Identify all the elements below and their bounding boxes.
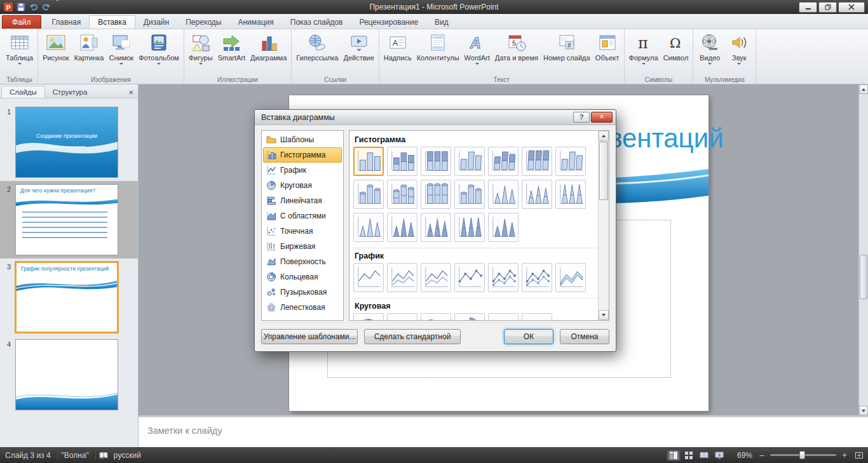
- dialog-help-button[interactable]: ?: [573, 112, 590, 123]
- set-default-button[interactable]: Сделать стандартной: [364, 329, 461, 344]
- chart-type-stacked-line-100-with-markers[interactable]: [522, 263, 552, 292]
- ribbon-button-2-2[interactable]: Диаграмма: [248, 30, 289, 75]
- chart-type-line-3d[interactable]: [555, 263, 586, 292]
- ribbon-tab-6[interactable]: Рецензирование: [351, 15, 426, 29]
- chart-category-11[interactable]: Лепестковая: [263, 300, 342, 315]
- fit-window-icon[interactable]: [854, 450, 864, 460]
- ribbon-tab-1[interactable]: Вставка: [89, 15, 135, 29]
- chart-type-clustered-column-3d[interactable]: [454, 147, 485, 176]
- gallery-scrollbar[interactable]: [598, 131, 609, 320]
- slideshow-icon[interactable]: [712, 450, 726, 461]
- chart-type-stacked-cylinder[interactable]: [387, 180, 417, 209]
- minimize-button[interactable]: [799, 2, 817, 13]
- chart-type-line-with-markers[interactable]: [454, 263, 485, 292]
- ribbon-button-3-0[interactable]: Гиперссылка: [294, 30, 341, 75]
- cancel-button[interactable]: Отмена: [560, 329, 609, 344]
- chart-category-0[interactable]: Шаблоны: [263, 132, 342, 147]
- slide-thumbnail-4[interactable]: [15, 339, 118, 410]
- close-button[interactable]: [838, 2, 865, 13]
- ribbon-button-4-0[interactable]: AНадпись: [381, 30, 414, 75]
- slide-thumbnail-1[interactable]: Создание презентации: [15, 107, 118, 178]
- chart-category-4[interactable]: Линейчатая: [263, 193, 342, 208]
- ribbon-tab-2[interactable]: Дизайн: [135, 15, 177, 29]
- ribbon-tab-0[interactable]: Главная: [44, 15, 90, 29]
- slide-thumbnail-2[interactable]: Для чего нужна презентация?: [15, 184, 118, 255]
- chart-type-stacked-line-100[interactable]: [421, 263, 451, 292]
- zoom-in-button[interactable]: +: [840, 450, 849, 460]
- chart-category-6[interactable]: Точечная: [263, 224, 342, 239]
- undo-icon[interactable]: [29, 2, 39, 12]
- normal-view-icon[interactable]: [667, 450, 681, 461]
- scroll-up-icon[interactable]: [599, 131, 609, 141]
- file-tab[interactable]: Файл: [2, 15, 41, 29]
- scroll-down-icon[interactable]: [599, 310, 609, 320]
- ok-button[interactable]: ОК: [504, 329, 553, 344]
- chart-type-clustered-pyramid[interactable]: [387, 213, 417, 242]
- tab-outline[interactable]: Структура: [45, 86, 95, 98]
- tab-slides[interactable]: Слайды: [1, 86, 45, 98]
- chart-type-column-3d[interactable]: [555, 147, 586, 176]
- main-scrollbar[interactable]: [858, 84, 868, 415]
- ribbon-button-4-4[interactable]: #Номер слайда: [541, 30, 593, 75]
- chart-type-exploded-pie[interactable]: [454, 313, 485, 320]
- ribbon-button-6-0[interactable]: Видео: [695, 30, 724, 75]
- ribbon-button-2-0[interactable]: Фигуры: [186, 30, 215, 75]
- zoom-level[interactable]: 69%: [732, 451, 757, 460]
- chart-type-stacked-line-with-markers[interactable]: [488, 263, 519, 292]
- manage-templates-button[interactable]: Управление шаблонами...: [261, 329, 358, 344]
- scrollbar-thumb[interactable]: [599, 142, 608, 200]
- chart-category-3[interactable]: Круговая: [263, 178, 342, 193]
- slide-thumbnail-3[interactable]: График популярности презентаций: [15, 262, 118, 333]
- scroll-up-icon[interactable]: [859, 84, 868, 94]
- dialog-titlebar[interactable]: Вставка диаграммы ? ×: [255, 110, 616, 125]
- chart-type-stacked-column-3d[interactable]: [488, 147, 519, 176]
- chart-type-pyramid-3d[interactable]: [488, 213, 519, 242]
- chart-category-10[interactable]: Пузырьковая: [263, 285, 342, 300]
- reading-view-icon[interactable]: [697, 450, 711, 461]
- chart-type-cone-3d[interactable]: [353, 213, 384, 242]
- chart-type-clustered-cylinder[interactable]: [353, 180, 384, 209]
- slide-row-2[interactable]: 2Для чего нужна презентация?: [0, 181, 138, 258]
- dialog-close-button[interactable]: ×: [591, 112, 613, 123]
- chart-type-pie-of-pie[interactable]: [421, 313, 451, 320]
- ribbon-button-4-1[interactable]: Колонтитулы: [414, 30, 462, 75]
- ribbon-button-1-3[interactable]: Фотоальбом: [136, 30, 182, 75]
- chart-type-stacked-pyramid[interactable]: [421, 213, 451, 242]
- slide-row-3[interactable]: 3График популярности презентаций: [0, 258, 138, 336]
- chart-type-pie-3d[interactable]: [387, 313, 417, 320]
- ribbon-button-4-3[interactable]: 5Дата и время: [492, 30, 541, 75]
- chart-type-line[interactable]: [353, 263, 384, 292]
- ribbon-button-3-1[interactable]: Действие: [341, 30, 376, 75]
- proofing-icon[interactable]: [98, 450, 109, 460]
- ribbon-button-5-0[interactable]: πФормула: [627, 30, 661, 75]
- redo-icon[interactable]: [41, 2, 51, 12]
- ribbon-button-1-0[interactable]: Рисунок: [40, 30, 72, 75]
- ribbon-button-0-0[interactable]: Таблица: [3, 30, 36, 75]
- language-indicator[interactable]: русский: [109, 451, 146, 460]
- ribbon-button-6-1[interactable]: Звук: [724, 30, 754, 75]
- chart-category-7[interactable]: Биржевая: [263, 239, 342, 254]
- chart-type-stacked-line[interactable]: [387, 263, 417, 292]
- notes-pane[interactable]: Заметки к слайду: [139, 415, 868, 447]
- ribbon-tab-3[interactable]: Переходы: [177, 15, 229, 29]
- chart-type-stacked-column-100-3d[interactable]: [522, 147, 552, 176]
- zoom-out-button[interactable]: –: [757, 450, 766, 460]
- ribbon-button-1-2[interactable]: Снимок: [106, 30, 136, 75]
- chart-type-bar-of-pie[interactable]: [522, 313, 552, 320]
- zoom-slider-thumb[interactable]: [799, 451, 805, 459]
- chart-type-exploded-pie-3d[interactable]: [488, 313, 519, 320]
- theme-name[interactable]: "Волна": [57, 451, 94, 460]
- powerpoint-app-icon[interactable]: P: [3, 2, 13, 12]
- chart-type-clustered-cone[interactable]: [488, 180, 519, 209]
- chart-type-stacked-pyramid-100[interactable]: [454, 213, 485, 242]
- chart-category-9[interactable]: Кольцевая: [263, 269, 342, 285]
- scrollbar-thumb[interactable]: [860, 255, 867, 299]
- ribbon-button-2-1[interactable]: SmartArt: [215, 30, 248, 75]
- chart-type-stacked-column[interactable]: [387, 147, 417, 176]
- chart-type-cylinder-3d[interactable]: [454, 180, 485, 209]
- slide-row-4[interactable]: 4: [0, 336, 138, 413]
- ribbon-tab-4[interactable]: Анимация: [229, 15, 281, 29]
- chart-type-stacked-cylinder-100[interactable]: [421, 180, 451, 209]
- slide-row-1[interactable]: 1Создание презентации: [0, 104, 138, 181]
- qat-customize-arrow-icon[interactable]: [55, 1, 59, 13]
